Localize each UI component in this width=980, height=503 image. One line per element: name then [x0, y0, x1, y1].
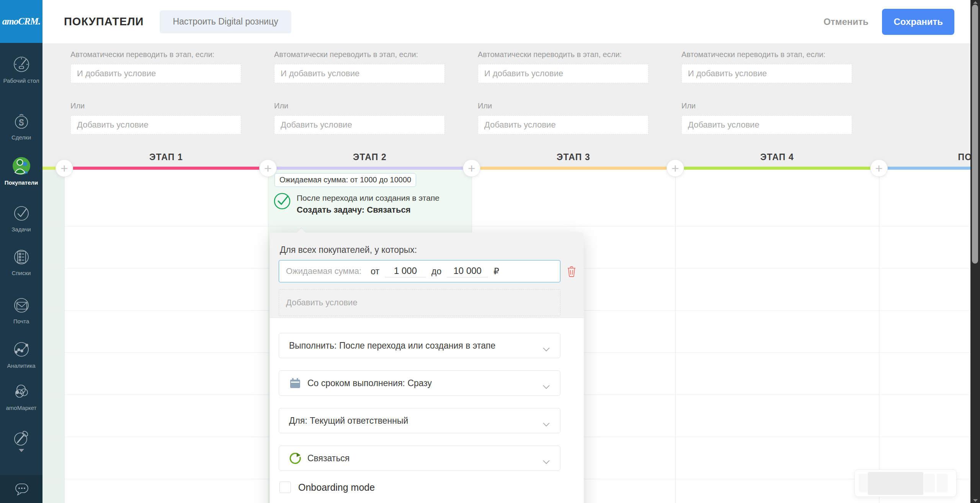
- chevron-down-icon: [19, 449, 24, 452]
- card-trigger-text: После перехода или создания в этапе: [297, 192, 439, 204]
- stage-line-2: [268, 167, 472, 170]
- condition-field-label: Ожидаемая сумма:: [286, 266, 361, 276]
- minimap-stage-bar: [924, 474, 935, 492]
- deals-icon: S: [0, 112, 42, 130]
- transition-rule-title: Автоматически переводить в этап, если:: [70, 50, 241, 59]
- add-stage-button[interactable]: +: [56, 159, 73, 177]
- task-settings-modal: Для всех покупателей, у которых: Ожидаем…: [270, 233, 584, 503]
- chevron-down-icon: [542, 456, 550, 467]
- onboarding-mode-row: Onboarding mode: [279, 482, 375, 493]
- sidebar-item-settings[interactable]: [0, 428, 42, 452]
- transition-rules-stage2: Автоматически переводить в этап, если: И…: [274, 50, 445, 134]
- pipeline-minimap[interactable]: [854, 469, 957, 497]
- and-condition-input[interactable]: И добавить условие: [478, 64, 648, 83]
- task-type-select[interactable]: Связаться: [279, 446, 560, 471]
- lists-icon: [0, 247, 42, 266]
- sidebar-item-label: Рабочий стол: [0, 77, 42, 85]
- deadline-select-value: Со сроком выполнения: Сразу: [307, 378, 432, 388]
- chevron-down-icon: [542, 381, 550, 392]
- sidebar-item-label: Задачи: [0, 225, 42, 233]
- to-label: до: [431, 266, 441, 277]
- execute-select-value: Выполнить: После перехода или создания в…: [289, 341, 495, 351]
- save-button[interactable]: Сохранить: [882, 9, 954, 35]
- grid-row-line: [42, 226, 970, 226]
- transition-rule-title: Автоматически переводить в этап, если:: [274, 50, 445, 59]
- modal-title: Для всех покупателей, у которых:: [280, 245, 417, 255]
- onboarding-mode-label: Onboarding mode: [298, 482, 375, 493]
- sum-to-input[interactable]: 10 000: [447, 265, 488, 277]
- amocrm-logo-text: amoCRM.: [2, 16, 40, 27]
- stage-line-1: [64, 167, 268, 170]
- onboarding-mode-checkbox[interactable]: [279, 482, 291, 493]
- or-label: Или: [274, 102, 445, 110]
- setup-digital-button[interactable]: Настроить Digital розницу: [160, 10, 291, 33]
- and-condition-input[interactable]: И добавить условие: [681, 64, 852, 83]
- or-condition-input[interactable]: Добавить условие: [70, 115, 241, 134]
- deadline-select[interactable]: Со сроком выполнения: Сразу: [279, 370, 560, 396]
- sidebar-item-analytics[interactable]: Аналитика: [0, 340, 42, 370]
- prev-stage-column-bg: [42, 170, 64, 503]
- stage-name-1[interactable]: ЭТАП 1: [64, 152, 268, 162]
- calendar-icon: [289, 377, 301, 389]
- or-label: Или: [478, 102, 648, 110]
- assignee-select[interactable]: Для: Текущий ответственный: [279, 408, 560, 433]
- sidebar-item-mail[interactable]: Почта: [0, 296, 42, 325]
- task-type-select-value: Связаться: [307, 453, 350, 464]
- sidebar-item-amomarket[interactable]: amoМаркет: [0, 382, 42, 412]
- minimap-stage-bar: [937, 474, 948, 492]
- add-stage-button[interactable]: +: [870, 159, 888, 177]
- page-title: ПОКУПАТЕЛИ: [64, 15, 144, 28]
- add-stage-button[interactable]: +: [463, 159, 480, 177]
- or-condition-input[interactable]: Добавить условие: [681, 115, 852, 134]
- expected-sum-condition-row[interactable]: Ожидаемая сумма: от 1 000 до 10 000 ₽: [279, 260, 560, 282]
- and-condition-input[interactable]: И добавить условие: [274, 64, 445, 83]
- add-condition-input[interactable]: Добавить условие: [279, 289, 560, 316]
- stage-name-2[interactable]: ЭТАП 2: [268, 152, 472, 162]
- stage-name-4[interactable]: ЭТАП 4: [675, 152, 879, 162]
- sidebar-item-lists[interactable]: Списки: [0, 247, 42, 277]
- sidebar-item-label: Сделки: [0, 133, 42, 141]
- vertical-scrollbar[interactable]: [970, 0, 980, 503]
- delete-condition-button[interactable]: [567, 265, 577, 279]
- amocrm-logo[interactable]: amoCRM.: [0, 0, 42, 43]
- amocrm-digital-pipeline-page: Автоматически переводить в этап, если: И…: [0, 0, 980, 503]
- scrollbar-thumb[interactable]: [972, 5, 978, 264]
- or-label: Или: [681, 102, 852, 110]
- sidebar-chat-button[interactable]: [0, 475, 42, 503]
- minimap-viewport-handle[interactable]: [868, 472, 923, 495]
- wrench-icon: [0, 428, 42, 447]
- sidebar-item-label: Покупатели: [0, 179, 42, 187]
- or-label: Или: [70, 102, 241, 110]
- transition-rules-stage3: Автоматически переводить в этап, если: И…: [478, 50, 648, 134]
- stage-line-5: [879, 167, 970, 170]
- from-label: от: [371, 266, 379, 277]
- stage-name-5[interactable]: ПОКУПКА: [879, 152, 980, 162]
- chat-bubble-icon: [12, 479, 31, 499]
- sidebar-item-deals[interactable]: S Сделки: [0, 112, 42, 141]
- sidebar-item-tasks[interactable]: Задачи: [0, 204, 42, 233]
- sidebar-item-label: Почта: [0, 317, 42, 325]
- stage-line-4: [675, 167, 879, 170]
- cancel-button[interactable]: Отменить: [823, 16, 868, 27]
- card-action-text: Создать задачу: Связаться: [297, 204, 439, 216]
- mail-envelope-icon: [0, 296, 42, 314]
- add-stage-button[interactable]: +: [666, 159, 684, 177]
- dashboard-icon: [0, 55, 42, 74]
- stage2-automation-card[interactable]: Ожидаемая сумма: от 1000 до 10000 После …: [273, 173, 439, 216]
- analytics-chart-icon: [0, 340, 42, 359]
- sidebar-item-customers[interactable]: Покупатели: [0, 156, 42, 187]
- or-condition-input[interactable]: Добавить условие: [478, 115, 648, 134]
- and-condition-input[interactable]: И добавить условие: [70, 64, 241, 83]
- sidebar-item-dashboard[interactable]: Рабочий стол: [0, 55, 42, 85]
- sum-from-input[interactable]: 1 000: [385, 265, 426, 277]
- customers-icon: [0, 156, 42, 175]
- tasks-check-icon: [0, 204, 42, 222]
- execute-trigger-select[interactable]: Выполнить: После перехода или создания в…: [279, 333, 560, 358]
- stage-name-3[interactable]: ЭТАП 3: [472, 152, 675, 162]
- chevron-down-icon: [542, 344, 550, 354]
- scroll-down-arrow[interactable]: [973, 499, 978, 502]
- or-condition-input[interactable]: Добавить условие: [274, 115, 445, 134]
- task-check-icon: [273, 192, 291, 211]
- scroll-up-arrow[interactable]: [973, 1, 978, 4]
- condition-badge[interactable]: Ожидаемая сумма: от 1000 до 10000: [274, 173, 416, 187]
